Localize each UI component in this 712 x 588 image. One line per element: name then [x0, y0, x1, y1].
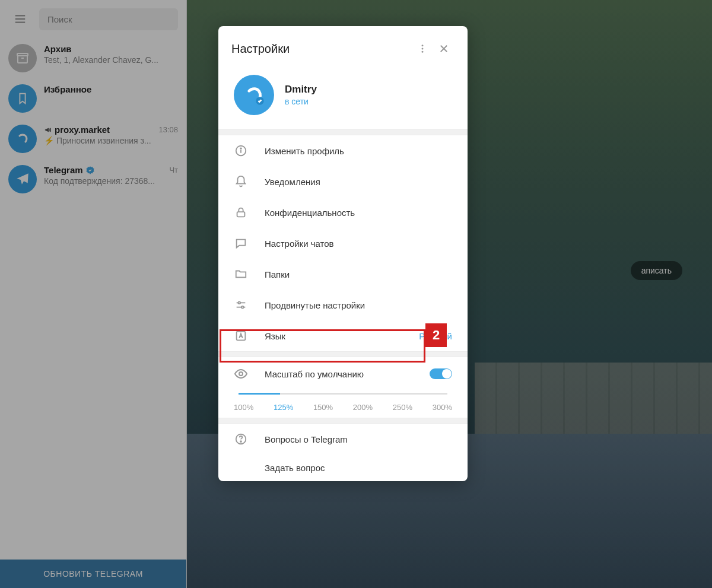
settings-item-chat-settings[interactable]: Настройки чатов — [218, 228, 468, 259]
scale-option[interactable]: 300% — [433, 403, 452, 412]
svg-point-25 — [240, 441, 241, 442]
settings-label: Язык — [265, 331, 402, 341]
scale-option[interactable]: 250% — [393, 403, 412, 412]
more-button[interactable] — [412, 38, 433, 59]
close-button[interactable] — [433, 38, 454, 59]
close-icon — [438, 43, 449, 54]
settings-item-notifications[interactable]: Уведомления — [218, 166, 468, 197]
svg-point-8 — [422, 48, 424, 50]
settings-label: Настройки чатов — [265, 239, 452, 249]
settings-label: Вопросы о Telegram — [265, 434, 452, 444]
svg-point-16 — [240, 148, 241, 149]
annotation-badge: 2 — [425, 323, 447, 347]
settings-list: Изменить профиль Уведомления Конфиденциа… — [218, 135, 468, 351]
svg-point-9 — [422, 51, 424, 53]
scale-option[interactable]: 125% — [274, 403, 293, 412]
bell-icon — [234, 174, 248, 189]
settings-item-advanced[interactable]: Продвинутые настройки — [218, 290, 468, 320]
svg-point-23 — [239, 372, 243, 376]
folder-icon — [234, 267, 248, 281]
modal-title: Настройки — [231, 42, 412, 56]
scale-options: 100% 125% 150% 200% 250% 300% — [234, 403, 452, 412]
settings-item-privacy[interactable]: Конфиденциальность — [218, 197, 468, 228]
language-icon — [234, 329, 248, 343]
settings-item-folders[interactable]: Папки — [218, 259, 468, 290]
profile-avatar — [234, 75, 274, 115]
settings-item-ask[interactable]: Задать вопрос — [218, 454, 468, 481]
sliders-icon — [234, 298, 248, 312]
settings-label: Продвинутые настройки — [265, 300, 452, 310]
settings-item-faq[interactable]: Вопросы о Telegram — [218, 424, 468, 454]
settings-label: Уведомления — [265, 177, 452, 187]
settings-label: Изменить профиль — [265, 146, 452, 156]
settings-item-edit-profile[interactable]: Изменить профиль — [218, 135, 468, 166]
svg-point-7 — [422, 45, 424, 46]
profile-name: Dmitry — [285, 84, 317, 96]
svg-rect-17 — [237, 212, 245, 217]
settings-label: Конфиденциальность — [265, 208, 452, 218]
info-icon — [234, 144, 248, 158]
kebab-icon — [417, 43, 428, 54]
settings-label: Папки — [265, 269, 452, 279]
profile-row[interactable]: Dmitry в сети — [218, 66, 468, 129]
eye-icon — [234, 367, 248, 381]
question-icon — [234, 432, 248, 446]
svg-point-21 — [241, 306, 244, 309]
scale-option[interactable]: 100% — [234, 403, 253, 412]
chat-icon — [234, 236, 248, 250]
scale-slider[interactable] — [239, 393, 447, 395]
scale-toggle[interactable] — [430, 368, 452, 379]
scale-label: Масштаб по умолчанию — [265, 369, 413, 379]
lock-icon — [234, 205, 248, 220]
scale-section: Масштаб по умолчанию 100% 125% 150% 200%… — [218, 357, 468, 418]
scale-option[interactable]: 150% — [313, 403, 333, 412]
svg-point-19 — [238, 302, 240, 304]
scale-option[interactable]: 200% — [353, 403, 373, 412]
modal-header: Настройки — [218, 26, 468, 66]
settings-modal: Настройки Dmitry в сети Изменить профиль — [218, 26, 468, 481]
profile-status: в сети — [285, 97, 317, 106]
